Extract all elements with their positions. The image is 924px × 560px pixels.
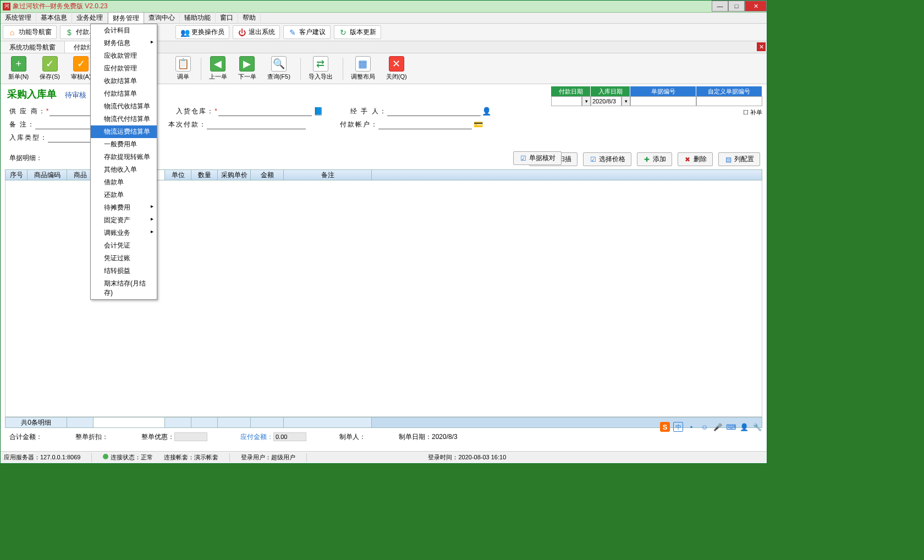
menu-basic[interactable]: 基本信息 [36,12,72,24]
intype-label: 入库类型： [9,133,48,142]
switch-operator-button[interactable]: 👥更换操作员 [175,25,229,39]
total-label: 合计金额： [9,433,42,441]
menu-item[interactable]: 会计科目 [91,24,157,37]
layout-button[interactable]: ▦调整布局 [346,55,380,82]
menu-item[interactable]: 待摊费用 [91,201,157,214]
menu-item[interactable]: 一般费用单 [91,138,157,151]
menu-item[interactable]: 借款单 [91,176,157,189]
ime-zhong[interactable]: 中 [673,422,683,432]
menu-finance[interactable]: 财务管理 [108,12,144,24]
ime-punct-icon[interactable]: • [686,422,696,432]
person-icon[interactable]: 👤 [482,106,492,116]
menu-aux[interactable]: 辅助功能 [180,12,216,24]
menu-item[interactable]: 物流运费结算单 [91,125,157,138]
menu-item[interactable]: 调账业务 [91,227,157,239]
col-unit[interactable]: 单位 [165,170,191,180]
thispay-input[interactable] [207,119,306,129]
pay-input [273,432,306,441]
col-product[interactable]: 商品 [67,170,94,180]
menu-item[interactable]: 还款单 [91,189,157,201]
col-seq[interactable]: 序号 [6,170,28,180]
ime-person-icon[interactable]: 👤 [739,422,749,432]
maximize-button[interactable]: □ [728,1,745,12]
pref-input[interactable] [174,432,207,441]
handler-input[interactable] [387,106,481,116]
menu-item[interactable]: 固定资产 [91,214,157,227]
pref-label: 整单优惠： [141,433,174,441]
tab-nav[interactable]: 系统功能导航窗 [1,41,65,53]
prev-icon: ◀ [210,56,226,72]
prev-button[interactable]: ◀上一单 [205,55,232,82]
menu-item[interactable]: 存款提现转账单 [91,151,157,163]
card-icon[interactable]: 💳 [473,119,483,129]
paydate-dd[interactable]: ▾ [582,96,591,106]
warehouse-input[interactable] [218,106,312,116]
grid-icon: ▦ [355,56,371,72]
account-input[interactable] [378,119,472,129]
ime-emoji-icon[interactable]: ☺ [700,422,710,432]
menu-item[interactable]: 结转损益 [91,265,157,277]
col-remark[interactable]: 备注 [284,170,372,180]
new-doc-button[interactable]: +新单(N) [4,55,33,82]
menu-item[interactable]: 应收款管理 [91,50,157,62]
columns-icon: ▤ [724,156,732,163]
exit-button[interactable]: ⏻退出系统 [233,25,280,39]
home-icon: ⌂ [8,28,16,37]
menu-item[interactable]: 凭证过账 [91,252,157,265]
verify-button[interactable]: ☑单据核对 [513,151,562,165]
paydate-input[interactable] [551,96,582,106]
ime-settings-icon[interactable]: 🔧 [752,422,762,432]
supplement-checkbox[interactable]: ☐ 补单 [743,108,762,117]
menu-item[interactable]: 应付款管理 [91,62,157,75]
nav-window-button[interactable]: ⌂功能导航窗 [3,25,57,39]
ime-keyboard-icon[interactable]: ⌨ [726,422,736,432]
money-icon: $ [65,28,74,37]
menu-help[interactable]: 帮助 [238,12,261,24]
col-price[interactable]: 采购单价 [218,170,251,180]
close-doc-button[interactable]: ✕关闭(Q) [382,55,411,82]
import-export-button[interactable]: ⇄导入导出 [304,55,337,82]
footer-count: 共0条明细 [6,418,67,427]
docno-input[interactable] [630,96,696,106]
menu-item[interactable]: 物流代付结算单 [91,113,157,125]
remark-label: 备 注： [9,120,35,129]
menu-item[interactable]: 财务信息 [91,37,157,50]
menu-query[interactable]: 查询中心 [144,12,180,24]
menu-item[interactable]: 其他收入单 [91,163,157,176]
app-icon: 河 [3,3,10,10]
book-icon[interactable]: 📘 [313,106,323,116]
menu-item[interactable]: 期末结存(月结存) [91,277,157,299]
close-button[interactable]: ✕ [745,1,767,12]
menu-item[interactable]: 物流代收结算单 [91,100,157,113]
menu-window[interactable]: 窗口 [216,12,238,24]
update-button[interactable]: ↻版本更新 [334,25,381,39]
close-icon: ✕ [389,56,404,72]
save-button[interactable]: ✓保存(S) [35,55,64,82]
menu-system[interactable]: 系统管理 [1,12,36,24]
menu-item[interactable]: 付款结算单 [91,87,157,100]
price-button[interactable]: ☑选择价格 [583,152,631,166]
indate-dd[interactable]: ▾ [622,96,630,106]
col-code[interactable]: 商品编码 [28,170,67,180]
col-qty[interactable]: 数量 [191,170,218,180]
load-doc-button[interactable]: 📋调单 [171,55,195,82]
next-button[interactable]: ▶下一单 [234,55,261,82]
indate-input[interactable] [591,96,622,106]
col-amount[interactable]: 金额 [251,170,284,180]
add-button[interactable]: ✚添加 [637,152,672,166]
search-button[interactable]: 🔍查询(F5) [263,55,295,82]
tab-close-button[interactable]: ✕ [757,42,766,51]
delete-button[interactable]: ✖删除 [678,152,713,166]
menu-business[interactable]: 业务处理 [72,12,108,24]
custno-input[interactable] [696,96,762,106]
ime-mic-icon[interactable]: 🎤 [713,422,723,432]
detail-label: 单据明细： [9,153,42,163]
delete-icon: ✖ [684,156,691,163]
feedback-button[interactable]: ✎客户建议 [283,25,331,39]
sogou-icon[interactable]: S [660,422,670,432]
menu-item[interactable]: 收款结算单 [91,75,157,87]
minimize-button[interactable]: — [712,1,728,12]
search-icon: 🔍 [271,56,287,72]
columns-button[interactable]: ▤列配置 [718,152,760,166]
menu-item[interactable]: 会计凭证 [91,239,157,252]
